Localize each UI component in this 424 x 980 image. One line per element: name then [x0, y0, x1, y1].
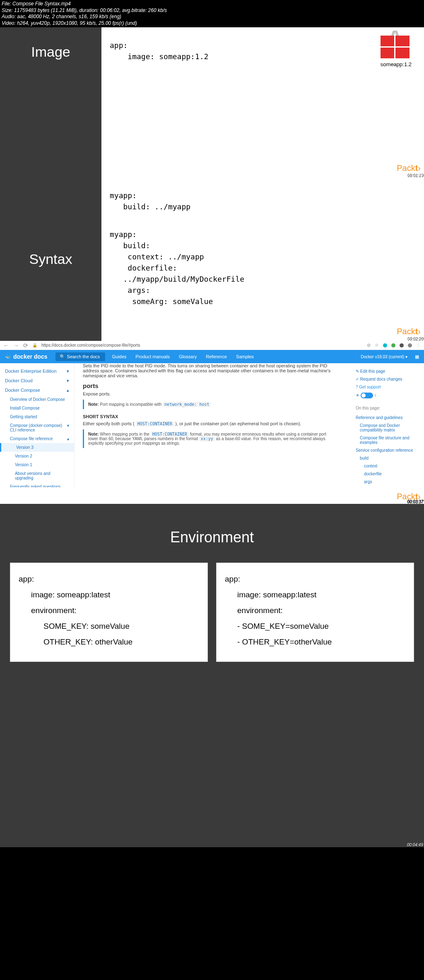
env-header: Environment — [0, 504, 424, 563]
c1-l4: SOME_KEY: someValue — [19, 618, 199, 634]
below-browser: Packt› 00:03:37 — [0, 487, 424, 504]
toc-context[interactable]: context — [356, 462, 418, 470]
c2-l4: - SOME_KEY=someValue — [225, 618, 405, 634]
sidebar-item-ee[interactable]: Docker Enterprise Edition▾ — [0, 367, 74, 376]
toc-service[interactable]: Service configuration reference — [356, 446, 418, 454]
menu-icon[interactable]: ⋮ — [416, 343, 421, 348]
env-cards: app: image: someapp:latest environment: … — [0, 563, 424, 662]
sidebar: Docker Enterprise Edition▾ Docker Cloud▾… — [0, 363, 75, 487]
toolbar-right: ⊘ ☆ ⋮ — [367, 343, 421, 348]
theme-toggle[interactable]: ☀ ☾ — [356, 391, 418, 400]
panel-title: Syntax — [29, 251, 72, 267]
panel-left: Image — [0, 27, 101, 177]
right-column: ✎ Edit this page ✓ Request docs changes … — [349, 363, 424, 487]
sidebar-item-v1[interactable]: Version 1 — [0, 460, 74, 469]
c1-l3: environment: — [19, 603, 199, 618]
c1-l5: OTHER_KEY: otherValue — [19, 634, 199, 650]
site-logo[interactable]: docker docs — [13, 353, 47, 360]
app-logo: someapp:1.2 — [381, 36, 412, 69]
nav-reference[interactable]: Reference — [206, 354, 227, 359]
env-title: Environment — [170, 529, 254, 546]
c2-l2: image: someapp:latest — [225, 587, 405, 603]
reload-icon[interactable]: ⟳ — [23, 342, 28, 349]
spec-text: Either specify both ports ( HOST:CONTAIN… — [83, 421, 341, 426]
panel-syntax: Syntax myapp: build: ../myapp myapp: bui… — [0, 177, 424, 341]
expose-text: Expose ports. — [83, 391, 341, 396]
browser-toolbar: ← → ⟳ 🔒 https://docs.docker.com/compose/… — [0, 341, 424, 350]
packt-logo: Packt› — [397, 325, 421, 338]
sidebar-item-install[interactable]: Install Compose — [0, 404, 74, 412]
site-header: 🐳 docker docs 🔍 Search the docs Guides P… — [0, 350, 424, 363]
meta-size: Size: 11759483 bytes (11.21 MiB), durati… — [2, 7, 422, 14]
sidebar-item-compose[interactable]: Docker Compose▴ — [0, 386, 74, 395]
code-block: app: image: someapp:1.2 — [110, 40, 416, 62]
ext-icon-2[interactable] — [391, 343, 395, 347]
intro-text: Sets the PID mode to the host PID mode. … — [83, 363, 341, 378]
sidebar-item-v2[interactable]: Version 2 — [0, 452, 74, 460]
toc-build[interactable]: build — [356, 454, 418, 462]
note-2: Note: When mapping ports in the HOST:CON… — [83, 429, 341, 448]
sidebar-item-cloud[interactable]: Docker Cloud▾ — [0, 376, 74, 386]
code-block-1: myapp: build: ../myapp — [110, 190, 416, 212]
search-input[interactable]: 🔍 Search the docs — [55, 352, 105, 361]
meta-audio: Audio: aac, 48000 Hz, 2 channels, s16, 1… — [2, 14, 422, 20]
sidebar-item-getting[interactable]: Getting started — [0, 412, 74, 421]
star-icon[interactable]: ☆ — [375, 343, 379, 348]
file-meta: File: Compose File Syntax.mp4 Size: 1175… — [0, 0, 424, 27]
sidebar-item-overview[interactable]: Overview of Docker Compose — [0, 395, 74, 404]
toc-args[interactable]: args — [356, 478, 418, 486]
c1-l1: app: — [19, 571, 199, 587]
browser-panel: ← → ⟳ 🔒 https://docs.docker.com/compose/… — [0, 341, 424, 487]
toc-ref[interactable]: Reference and guidelines — [356, 414, 418, 422]
panel-title: Image — [31, 44, 70, 60]
whale-icon: 🐳 — [5, 354, 11, 359]
sidebar-item-fileref[interactable]: Compose file reference▴ — [0, 434, 74, 443]
c2-l1: app: — [225, 571, 405, 587]
nav-samples[interactable]: Samples — [236, 354, 254, 359]
panel-image: Image app: image: someapp:1.2 someapp:1.… — [0, 27, 424, 177]
ext-icon-1[interactable] — [383, 343, 387, 347]
sidebar-item-about[interactable]: About versions and upgrading — [0, 469, 74, 482]
sidebar-item-faq[interactable]: Frequently asked questions — [0, 482, 74, 487]
browser-window: ← → ⟳ 🔒 https://docs.docker.com/compose/… — [0, 341, 424, 487]
back-icon[interactable]: ← — [3, 342, 9, 349]
panel-environment: Environment app: image: someapp:latest e… — [0, 504, 424, 847]
avatar-icon[interactable] — [408, 343, 412, 347]
nav-guides[interactable]: Guides — [112, 354, 126, 359]
lock-icon: 🔒 — [32, 343, 37, 347]
timestamp: 00:02:20 — [407, 336, 423, 341]
sidebar-item-v3[interactable]: Version 3 — [0, 443, 74, 452]
edit-link[interactable]: ✎ Edit this page — [356, 367, 418, 375]
forward-icon[interactable]: → — [13, 342, 19, 349]
c2-l3: environment: — [225, 603, 405, 618]
packt-logo: Packt› — [397, 162, 421, 174]
support-link[interactable]: ? Get support — [356, 383, 418, 391]
version-select[interactable]: Docker v18.03 (current) ▾ — [361, 355, 412, 359]
sync-icon[interactable]: ⊘ — [367, 343, 371, 348]
request-link[interactable]: ✓ Request docs changes — [356, 375, 418, 383]
nav-manuals[interactable]: Product manuals — [135, 354, 170, 359]
logo-label: someapp:1.2 — [381, 60, 412, 69]
toc-struct[interactable]: Compose file structure and examples — [356, 434, 418, 446]
panel-right: app: image: someapp:1.2 someapp:1.2 Pack… — [101, 27, 424, 177]
url-bar[interactable]: https://docs.docker.com/compose/compose-… — [41, 343, 140, 347]
meta-video: Video: h264, yuv420p, 1920x1080, 95 kb/s… — [2, 20, 422, 27]
content-wrap: Docker Enterprise Edition▾ Docker Cloud▾… — [0, 363, 424, 487]
timestamp: 00:04:49 — [407, 843, 423, 847]
sidebar-item-cli[interactable]: Compose (docker-compose) CLI reference▾ — [0, 421, 74, 434]
code-block-2: myapp: build: context: ../myapp dockerfi… — [110, 229, 416, 307]
c1-l2: image: someapp:latest — [19, 587, 199, 603]
toc-dockerfile[interactable]: dockerfile — [356, 470, 418, 478]
timestamp: 00:03:37 — [407, 499, 423, 504]
toc-compat[interactable]: Compose and Docker compatibility matrix — [356, 422, 418, 434]
c2-l5: - OTHER_KEY=otherValue — [225, 634, 405, 650]
meta-file: File: Compose File Syntax.mp4 — [2, 1, 422, 7]
grid-icon[interactable]: ▦ — [415, 354, 419, 359]
main-content: Sets the PID mode to the host PID mode. … — [75, 363, 349, 487]
panel-left: Syntax — [0, 177, 101, 341]
note-1: Note: Port mapping is incompatible with … — [83, 400, 341, 409]
ext-icon-3[interactable] — [400, 343, 404, 347]
env-card-2: app: image: someapp:latest environment: … — [216, 563, 414, 662]
timestamp: 00:01:19 — [407, 173, 423, 177]
nav-glossary[interactable]: Glossary — [179, 354, 197, 359]
